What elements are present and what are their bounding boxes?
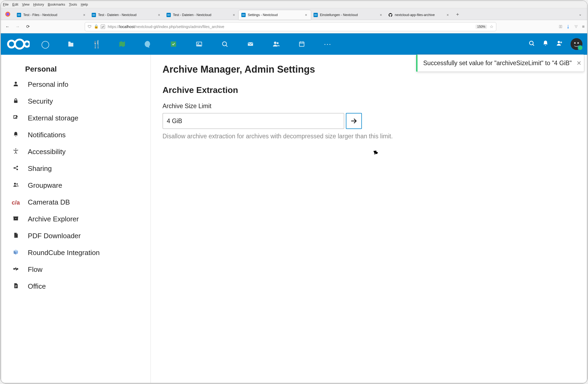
pdf-icon: ↓ <box>11 232 20 240</box>
archive-size-limit-submit-button[interactable] <box>346 113 362 129</box>
tab-overflow-button[interactable]: ⌄ <box>575 12 585 16</box>
sidebar-heading-personal: Personal <box>1 62 150 76</box>
pocket-icon[interactable]: ⌄⃞ <box>559 24 562 29</box>
os-menu-help[interactable]: Help <box>81 2 88 6</box>
sidebar-item-label: Accessibility <box>28 148 66 156</box>
section-title: Archive Extraction <box>163 85 575 95</box>
browser-tab[interactable]: Test - Files - Nextcloud× <box>14 10 89 20</box>
tab-close-button[interactable]: × <box>446 13 450 17</box>
app-contacts[interactable] <box>263 33 289 55</box>
success-toast: Successfully set value for "archiveSizeL… <box>416 54 584 72</box>
sidebar-item-label: Sharing <box>28 164 52 173</box>
sidebar-item-accessibility[interactable]: Accessibility <box>1 143 150 160</box>
zoom-badge[interactable]: 150% <box>475 25 487 29</box>
browser-tab[interactable]: nextcloud-app-files-archive× <box>386 10 452 20</box>
tab-title: Test - Dateien - Nextcloud <box>98 13 155 17</box>
url-text: https://localhost/nextcloud-git/index.ph… <box>108 25 473 29</box>
app-maps[interactable] <box>109 33 135 55</box>
app-files[interactable] <box>58 33 84 55</box>
os-menu-file[interactable]: File <box>3 2 9 6</box>
header-search-icon[interactable] <box>528 40 535 48</box>
app-mail[interactable] <box>238 33 263 55</box>
app-photos[interactable] <box>186 33 212 55</box>
sidebar-item-camerata-db[interactable]: c/aCamerata DB <box>1 194 150 211</box>
reload-button[interactable]: ⟳ <box>24 23 32 31</box>
permissions-icon: ⇄ <box>101 25 105 29</box>
os-menu-edit[interactable]: Edit <box>12 2 18 6</box>
toast-message: Successfully set value for "archiveSizeL… <box>423 60 572 67</box>
app-recipes[interactable]: 🍴 <box>84 33 109 55</box>
extensions-icon[interactable]: ⩔ <box>574 24 578 29</box>
downloads-icon[interactable]: ⭳ <box>566 24 570 29</box>
sidebar-item-personal-info[interactable]: Personal info <box>1 76 150 93</box>
header-notifications-icon[interactable] <box>542 40 549 48</box>
settings-sidebar: Personal Personal infoSecurityExternal s… <box>1 55 151 383</box>
group-icon <box>11 182 20 190</box>
app-more[interactable]: ⋯ <box>315 33 340 55</box>
sidebar-item-label: Groupware <box>28 181 62 190</box>
browser-tab[interactable]: Test - Dateien - Nextcloud× <box>164 10 239 20</box>
sidebar-item-archive-explorer[interactable]: Archive Explorer <box>1 211 150 228</box>
svg-point-19 <box>24 41 30 47</box>
bell-icon <box>11 131 20 139</box>
settings-main: Archive Manager, Admin Settings Archive … <box>151 55 587 383</box>
nextcloud-favicon-icon <box>17 13 21 17</box>
header-contacts-icon[interactable] <box>556 40 563 49</box>
os-menu-view[interactable]: View <box>22 2 29 6</box>
app-passwords[interactable] <box>161 33 186 55</box>
sidebar-item-roundcube-integration[interactable]: RoundCube Integration <box>1 244 150 261</box>
browser-menu-button[interactable]: ≡ <box>582 24 585 29</box>
tab-title: nextcloud-app-files-archive <box>395 13 443 17</box>
svg-point-16 <box>316 15 317 15</box>
browser-tab[interactable]: Einstellungen - Nextcloud× <box>311 10 386 20</box>
toast-close-button[interactable]: ✕ <box>577 60 581 67</box>
a11y-icon <box>11 148 20 156</box>
sidebar-item-office[interactable]: Office <box>1 278 150 295</box>
sidebar-item-external-storage[interactable]: External storage <box>1 110 150 127</box>
sidebar-item-pdf-downloader[interactable]: ↓PDF Downloader <box>1 228 150 244</box>
forward-button[interactable]: → <box>14 23 22 31</box>
os-menu-tools[interactable]: Tools <box>69 2 77 6</box>
tab-title: Einstellungen - Nextcloud <box>320 13 377 17</box>
svg-point-23 <box>222 42 226 46</box>
browser-tab[interactable]: Test - Dateien - Nextcloud× <box>89 10 164 20</box>
browser-tab[interactable]: Settings - Nextcloud× <box>239 10 311 20</box>
sidebar-item-label: Personal info <box>28 80 68 89</box>
sidebar-item-notifications[interactable]: Notifications <box>1 127 150 143</box>
svg-point-18 <box>15 40 24 49</box>
archive-size-limit-label: Archive Size Limit <box>163 103 575 110</box>
url-bar[interactable]: 🛡︎ 🔒 ⇄ https://localhost/nextcloud-git/i… <box>85 22 496 31</box>
app-dashboard[interactable]: ◯ <box>32 33 58 55</box>
svg-rect-27 <box>299 42 304 46</box>
back-button[interactable]: ← <box>3 23 11 31</box>
svg-point-42 <box>17 183 18 185</box>
app-talk[interactable] <box>135 33 161 55</box>
new-tab-button[interactable]: ＋ <box>454 10 462 18</box>
sidebar-item-security[interactable]: Security <box>1 93 150 110</box>
svg-point-9 <box>168 14 169 15</box>
tab-close-button[interactable]: × <box>157 13 161 17</box>
sidebar-item-sharing[interactable]: Sharing <box>1 160 150 177</box>
tab-close-button[interactable]: × <box>379 13 383 17</box>
app-calendar[interactable] <box>289 33 315 55</box>
svg-point-28 <box>529 41 533 45</box>
bookmark-star-icon[interactable]: ☆ <box>490 24 493 29</box>
archive-size-limit-input[interactable] <box>163 113 344 129</box>
svg-point-38 <box>14 167 15 169</box>
tab-close-button[interactable]: × <box>232 13 236 17</box>
nextcloud-logo[interactable] <box>6 38 32 50</box>
sidebar-item-flow[interactable]: Flow <box>1 261 150 278</box>
sidebar-item-groupware[interactable]: Groupware <box>1 177 150 194</box>
tab-close-button[interactable]: × <box>304 13 308 17</box>
svg-point-17 <box>8 41 15 48</box>
avatar[interactable] <box>571 38 582 50</box>
os-menu-history[interactable]: History <box>33 2 44 6</box>
tab-close-button[interactable]: × <box>82 13 86 17</box>
app-search[interactable] <box>212 33 238 55</box>
tab-title: Settings - Nextcloud <box>248 13 302 17</box>
svg-point-6 <box>93 14 94 15</box>
share-icon <box>11 165 20 173</box>
os-menu-bookmarks[interactable]: Bookmarks <box>48 2 65 6</box>
svg-point-1 <box>6 13 9 15</box>
ext-icon <box>11 115 20 122</box>
